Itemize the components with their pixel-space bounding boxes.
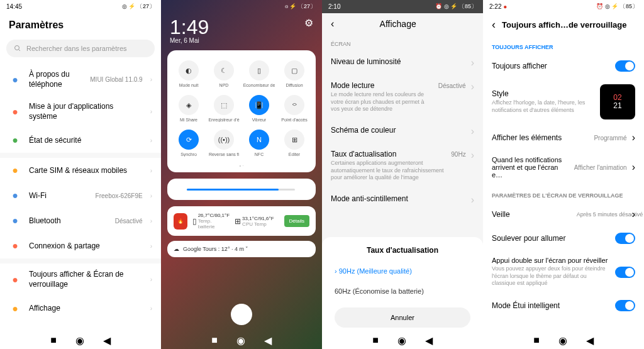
battery-temp: 26,7°C/80,1°F <box>198 213 230 218</box>
row-desc: Affichez l'horloge, la date, l'heure, le… <box>492 99 595 114</box>
tile-label: NFC <box>242 152 277 157</box>
cpu-temp-label: CPU Temp <box>242 221 274 227</box>
row-always-on[interactable]: Toujours afficher <box>483 54 644 78</box>
tile-icon: ☾ <box>214 60 234 80</box>
nav-home-icon[interactable]: ◉ <box>75 335 84 346</box>
settings-row[interactable]: Mode anti-scintillement› <box>322 188 483 212</box>
tile-label: Vibreur <box>242 118 277 122</box>
quick-tile[interactable]: ▯Économiseur de <box>242 57 277 91</box>
settings-row[interactable]: Taux d'actualisationCertaines applicatio… <box>322 143 483 188</box>
quick-tile[interactable]: ⬚Enregistreur d'é <box>206 91 242 126</box>
svg-point-0 <box>15 46 19 50</box>
tile-icon: N <box>249 130 269 150</box>
quick-tile[interactable]: NNFC <box>242 126 277 160</box>
row-elements[interactable]: Afficher les éléments Programmé › <box>483 126 644 150</box>
settings-row[interactable]: ●À propos du téléphoneMIUI Global 11.0.9… <box>0 64 161 96</box>
details-button[interactable]: Détails <box>284 215 309 227</box>
settings-row[interactable]: ●Connexion & partage› <box>0 233 161 258</box>
quick-tile[interactable]: ⌔Point d'accès <box>277 91 312 126</box>
row-raise[interactable]: Soulever pour allumer <box>483 226 644 250</box>
search-icon <box>14 45 21 52</box>
quick-tile[interactable]: ◈Mi Share <box>171 91 206 126</box>
shield-icon: ● <box>9 134 21 147</box>
nav-back-icon[interactable]: ◀ <box>103 335 111 346</box>
row-label: Toujours afficher <box>492 62 610 70</box>
quick-tile[interactable]: ⟳Synchro <box>171 126 206 160</box>
nav-recent-icon[interactable]: ■ <box>533 335 540 346</box>
google-card[interactable]: ☁ Google Tours : 12° · 4 m ˅ <box>167 241 316 257</box>
settings-row[interactable]: Mode lectureLe mode lecture rend les cou… <box>322 75 483 119</box>
quick-tile[interactable]: ((•))Reverse sans fi <box>206 126 242 160</box>
row-label: Soulever pour allumer <box>492 234 610 243</box>
nav-home-icon[interactable]: ◉ <box>558 335 567 346</box>
nav-home-icon[interactable]: ◉ <box>236 335 245 346</box>
nav-recent-icon[interactable]: ■ <box>50 335 57 346</box>
settings-row[interactable]: ●Mise à jour d'applications système› <box>0 96 161 128</box>
quick-tile[interactable]: 📳Vibreur <box>242 91 277 126</box>
nav-home-icon[interactable]: ◉ <box>397 335 406 346</box>
search-input[interactable]: Rechercher dans les paramètres <box>6 40 155 57</box>
quick-tile[interactable]: ◐Mode nuit <box>171 57 206 91</box>
option-60hz[interactable]: 60Hz (Économise la batterie) <box>322 281 483 301</box>
clock-time: 1:49 <box>170 17 209 37</box>
battery-temp-label: Temp. batterie <box>198 218 230 230</box>
option-90hz[interactable]: › 90Hz (Meilleure qualité) <box>322 261 483 281</box>
close-button[interactable]: ✕ <box>231 304 252 325</box>
cpu-temp: 33,1°C/91,6°F <box>242 216 274 221</box>
quick-tile[interactable]: ▢Diffusion <box>277 57 312 91</box>
tile-icon: ⟳ <box>179 130 199 150</box>
row-smartcover[interactable]: Mode Étui intelligent <box>483 294 644 318</box>
row-label: Niveau de luminosité <box>331 57 466 66</box>
nav-back-icon[interactable]: ◀ <box>586 335 594 346</box>
quick-tile[interactable]: ⊞Éditer <box>277 126 312 160</box>
row-value: MIUI Global 11.0.9 <box>90 76 142 83</box>
brightness-slider[interactable]: ☀ ☀ <box>167 179 316 200</box>
cancel-button[interactable]: Annuler <box>335 307 470 328</box>
tile-icon: ⊞ <box>284 130 304 150</box>
settings-row[interactable]: ●BluetoothDésactivé› <box>0 208 161 233</box>
row-label: Mode anti-scintillement <box>331 194 466 203</box>
nav-recent-icon[interactable]: ■ <box>372 335 379 346</box>
lock-icon: ● <box>9 274 21 286</box>
row-style[interactable]: StyleAffichez l'horloge, la date, l'heur… <box>483 78 644 126</box>
row-doubletap[interactable]: Appui double sur l'écran pour réveillerV… <box>483 250 644 294</box>
row-sleep[interactable]: Veille Après 5 minutes désactivé › <box>483 202 644 226</box>
chevron-right-icon: › <box>632 162 635 173</box>
toggle[interactable] <box>615 233 635 244</box>
phone-settings: 14:45 ◎ ⚡ 〔27〕 Paramètres Rechercher dan… <box>0 0 161 349</box>
chevron-right-icon: › <box>471 194 474 206</box>
toggle[interactable] <box>615 300 635 311</box>
settings-row[interactable]: ●État de sécurité› <box>0 128 161 153</box>
row-label: Wi-Fi <box>29 191 88 201</box>
toggle[interactable] <box>615 60 635 72</box>
chevron-right-icon: › <box>471 126 474 137</box>
section-label: ÉCRAN <box>322 35 483 51</box>
row-desc: Le mode lecture rend les couleurs de vot… <box>331 91 433 113</box>
row-notifications[interactable]: Quand les notifications arrivent et que … <box>483 150 644 185</box>
phone-quick-settings: ⌾ ⚡ 〔27〕 1:49 Mer, 6 Mai ⚙ ◐Mode nuit☾NP… <box>161 0 322 349</box>
row-label: À propos du téléphone <box>29 70 82 89</box>
section-label: PARAMÈTRES DE L'ÉCRAN DE VERROUILLAGE <box>483 185 644 202</box>
settings-row[interactable]: Schéma de couleur› <box>322 119 483 143</box>
settings-row[interactable]: ●Affichage› <box>0 296 161 321</box>
phone-aod-settings: 2:22 ● ⏰ ◎ ⚡ 〔85〕 ‹ Toujours affich…de v… <box>483 0 644 349</box>
search-placeholder: Rechercher dans les paramètres <box>26 45 127 52</box>
back-icon[interactable]: ‹ <box>492 18 496 31</box>
nav-back-icon[interactable]: ◀ <box>425 335 433 346</box>
settings-row[interactable]: ●Toujours afficher & Écran de verrouilla… <box>0 263 161 296</box>
tile-icon: ((•)) <box>214 130 234 150</box>
settings-row[interactable]: Niveau de luminosité› <box>322 51 483 75</box>
chevron-right-icon: › <box>150 243 152 250</box>
toggle[interactable] <box>615 267 635 278</box>
status-icons: ⏰ ◎ ⚡ 〔85〕 <box>435 3 477 11</box>
nav-recent-icon[interactable]: ■ <box>211 335 218 346</box>
cpu-card[interactable]: 🔥 ▯26,7°C/80,1°FTemp. batterie ⊞33,1°C/9… <box>167 206 316 236</box>
sun-low-icon: ☀ <box>176 186 182 193</box>
row-label: Mode lecture <box>331 81 433 90</box>
settings-icon[interactable]: ⚙ <box>304 17 313 29</box>
page-title: Toujours affich…de verrouillage <box>502 20 626 30</box>
settings-row[interactable]: ●Carte SIM & réseaux mobiles› <box>0 158 161 183</box>
nav-back-icon[interactable]: ◀ <box>264 335 272 346</box>
quick-tile[interactable]: ☾NPD <box>206 57 242 91</box>
settings-row[interactable]: ●Wi-FiFreebox-626F9E› <box>0 183 161 208</box>
